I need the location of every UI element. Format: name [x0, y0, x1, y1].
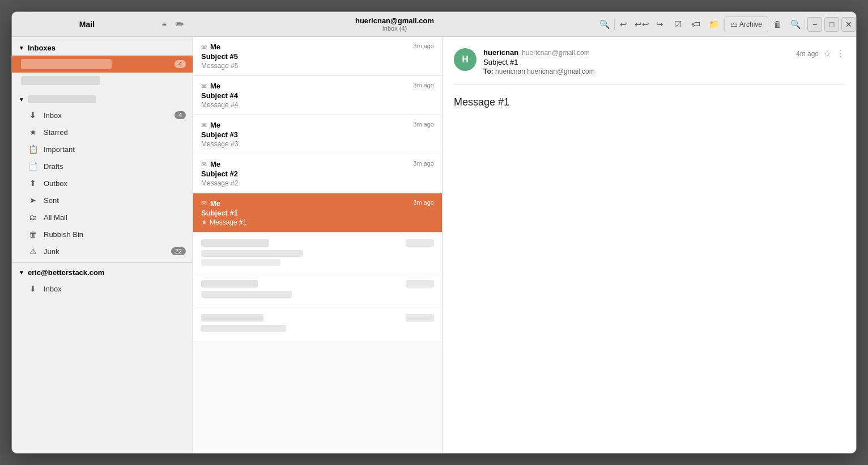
- important-label: Important: [44, 145, 75, 154]
- envelope-icon: ✉: [201, 121, 207, 129]
- message-item[interactable]: ✉ Me 3m ago Subject #4 Message #4: [193, 76, 442, 115]
- message-item[interactable]: ✉ Me 3m ago Subject #3 Message #3: [193, 115, 442, 154]
- archive-icon: 🗃: [730, 20, 737, 28]
- inbox-subtitle: Inbox (4): [382, 25, 407, 32]
- window-controls: − □ ✕: [807, 17, 856, 32]
- starred-label: Starred: [44, 128, 68, 137]
- sidebar-item-sent[interactable]: ➤ Sent: [12, 192, 193, 209]
- msg-preview: Message #4: [201, 101, 238, 109]
- all-mail-label: All Mail: [44, 213, 67, 222]
- sender-avatar: H: [454, 48, 476, 71]
- email-subject: Subject #1: [483, 58, 789, 66]
- sidebar-item-account2-inbox[interactable]: ⬇ Inbox: [12, 280, 193, 297]
- envelope-icon: ✉: [201, 160, 207, 168]
- email-body: Message #1: [454, 96, 845, 108]
- message-item-blurred-1[interactable]: [193, 232, 442, 273]
- important-icon: 📋: [28, 145, 38, 154]
- msg-time: 3m ago: [413, 82, 434, 88]
- message-item-selected[interactable]: ✉ Me 3m ago Subject #1 ★ Message #1: [193, 193, 442, 232]
- message-list: ✉ Me 3m ago Subject #5 Message #5 ✉ Me: [193, 37, 442, 453]
- account2-label: eric@betterstack.com: [28, 268, 105, 277]
- titlebar-title: Mail: [19, 20, 155, 29]
- trash-button[interactable]: 🗑: [768, 15, 786, 33]
- email-header: H huericnan huericnan@gmail.com Subject …: [454, 48, 845, 85]
- all-mail-icon: 🗂: [28, 213, 38, 222]
- account2-inbox-label: Inbox: [44, 285, 62, 293]
- titlebar-center: huericnan@gmail.com Inbox (4): [193, 16, 596, 32]
- sidebar: ▼ Inboxes 4 ▼: [12, 37, 193, 453]
- email-from-name: huericnan: [483, 48, 518, 57]
- sidebar-account2-header[interactable]: ▼ eric@betterstack.com: [12, 265, 193, 280]
- message-item-blurred-3[interactable]: [193, 307, 442, 341]
- compose-button[interactable]: ✏: [173, 16, 186, 33]
- sidebar-divider: [12, 262, 193, 263]
- outbox-icon: ⬆: [28, 179, 38, 188]
- msg-time: 3m ago: [413, 199, 434, 206]
- email-star-button[interactable]: ☆: [823, 48, 831, 59]
- msg-preview: Message #5: [201, 62, 238, 70]
- account1-chevron: ▼: [19, 96, 24, 103]
- reply-all-button[interactable]: ↩↩: [633, 15, 651, 33]
- sidebar-item-junk[interactable]: ⚠ Junk 22: [12, 243, 193, 260]
- account-email: huericnan@gmail.com: [355, 16, 434, 25]
- junk-icon: ⚠: [28, 247, 38, 256]
- star-icon: ★: [201, 218, 207, 226]
- sidebar-item-drafts[interactable]: 📄 Drafts: [12, 158, 193, 175]
- junk-label: Junk: [44, 247, 59, 256]
- drafts-label: Drafts: [44, 162, 63, 171]
- close-button[interactable]: ✕: [841, 17, 856, 32]
- envelope-icon: ✉: [201, 43, 207, 51]
- email-to-name: huericnan: [495, 67, 525, 75]
- sidebar-item-inbox[interactable]: ⬇ Inbox 4: [12, 107, 193, 124]
- rubbish-bin-icon: 🗑: [28, 230, 38, 239]
- msg-subject: Subject #3: [201, 130, 434, 139]
- sidebar-item-all-mail[interactable]: 🗂 All Mail: [12, 209, 193, 226]
- message-item[interactable]: ✉ Me 3m ago Subject #5 Message #5: [193, 37, 442, 76]
- inboxes-header[interactable]: ▼ Inboxes: [12, 40, 193, 56]
- msg-sender: Me: [210, 121, 220, 129]
- sidebar-selected-account[interactable]: 4: [12, 56, 193, 73]
- msg-time: 3m ago: [413, 160, 434, 167]
- mark-button[interactable]: ☑: [669, 15, 687, 33]
- msg-sender: Me: [210, 82, 220, 90]
- sidebar-item-outbox[interactable]: ⬆ Outbox: [12, 175, 193, 192]
- archive-label: Archive: [739, 20, 762, 28]
- sidebar-item-starred[interactable]: ★ Starred: [12, 124, 193, 141]
- sidebar-item-important[interactable]: 📋 Important: [12, 141, 193, 158]
- email-timestamp-row: 4m ago ☆ ⋮: [796, 48, 845, 59]
- msg-preview: Message #2: [201, 179, 238, 187]
- forward-button[interactable]: ↪: [651, 15, 669, 33]
- account1-section: ▼ ⬇ Inbox 4 ★ Starred 📋 Important �: [12, 92, 193, 260]
- sidebar-item-rubbish-bin[interactable]: 🗑 Rubbish Bin: [12, 226, 193, 243]
- msg-subject: Subject #1: [201, 209, 434, 217]
- menu-button[interactable]: ≡: [160, 18, 169, 31]
- mail-window: Mail ≡ ✏ huericnan@gmail.com Inbox (4) 🔍…: [11, 11, 857, 454]
- move-to-folder-button[interactable]: 📁: [705, 15, 724, 33]
- maximize-button[interactable]: □: [824, 17, 839, 32]
- reply-button[interactable]: ↩: [615, 15, 633, 33]
- email-more-button[interactable]: ⋮: [836, 48, 845, 59]
- inbox-icon: ⬇: [28, 111, 38, 120]
- tag-button[interactable]: 🏷: [687, 15, 705, 33]
- sidebar-blurred-account2[interactable]: [12, 73, 193, 88]
- msg-sender: Me: [210, 43, 220, 51]
- account1-blurred-header[interactable]: ▼: [12, 92, 193, 107]
- titlebar-separator-3: [805, 19, 805, 30]
- message-item[interactable]: ✉ Me 3m ago Subject #2 Message #2: [193, 154, 442, 193]
- email-from-addr: huericnan@gmail.com: [522, 49, 590, 57]
- inboxes-section: ▼ Inboxes 4: [12, 37, 193, 92]
- search-button[interactable]: 🔍: [786, 15, 805, 33]
- drafts-icon: 📄: [28, 162, 38, 171]
- titlebar-left: Mail ≡ ✏: [12, 16, 193, 33]
- inbox-badge: 4: [175, 111, 186, 119]
- archive-button[interactable]: 🗃 Archive: [724, 16, 768, 32]
- inbox-label: Inbox: [44, 111, 62, 120]
- email-from-row: huericnan huericnan@gmail.com: [483, 48, 789, 57]
- search-messages-button[interactable]: 🔍: [596, 15, 614, 33]
- minimize-button[interactable]: −: [807, 17, 822, 32]
- sent-icon: ➤: [28, 196, 38, 205]
- message-item-blurred-2[interactable]: [193, 273, 442, 307]
- selected-account-badge: 4: [175, 60, 186, 68]
- msg-subject: Subject #5: [201, 52, 434, 61]
- email-time: 4m ago: [796, 50, 819, 58]
